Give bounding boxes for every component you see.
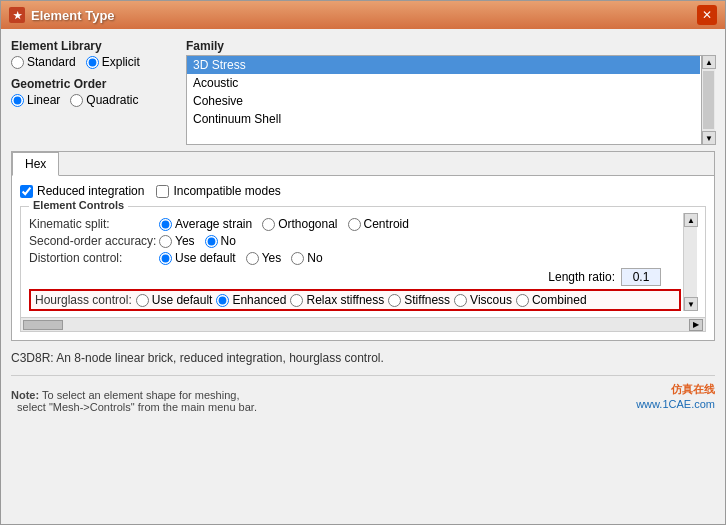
top-section: Element Library Standard Explicit [11,39,715,145]
description-row: C3D8R: An 8-node linear brick, reduced i… [11,347,715,369]
kinematic-split-label: Kinematic split: [29,217,159,231]
family-scroll-up[interactable]: ▲ [702,55,716,69]
second-order-options: Yes No [159,234,236,248]
no-option[interactable]: No [205,234,236,248]
second-order-row: Second-order accuracy: Yes No [29,234,681,248]
centroid-option[interactable]: Centroid [348,217,409,231]
family-item-continuum-shell[interactable]: Continuum Shell [187,110,700,128]
family-section: Family 3D Stress Acoustic Cohesive Conti… [186,39,715,145]
element-description: C3D8R: An 8-node linear brick, reduced i… [11,351,384,365]
family-item-acoustic[interactable]: Acoustic [187,74,700,92]
controls-scroll-down[interactable]: ▼ [684,297,698,311]
window-title: Element Type [31,8,115,23]
hourglass-control-row: Hourglass control: Use default Enhanced [29,289,681,311]
hex-tab[interactable]: Hex [12,152,59,176]
geometric-order-options: Linear Quadratic [11,93,176,107]
tab-content: Reduced integration Incompatible modes E… [12,176,714,340]
standard-option[interactable]: Standard [11,55,76,69]
horizontal-scroll-thumb [23,320,63,330]
family-item-cohesive[interactable]: Cohesive [187,92,700,110]
tab-header: Hex [12,152,714,176]
family-list[interactable]: 3D Stress Acoustic Cohesive Continuum Sh… [186,55,715,145]
reduced-integration-item[interactable]: Reduced integration [20,184,144,198]
distortion-options: Use default Yes No [159,251,323,265]
controls-inner: Kinematic split: Average strain Orthogon… [29,217,697,311]
controls-scroll-track [684,227,697,297]
yes-dist-option[interactable]: Yes [246,251,282,265]
quadratic-option[interactable]: Quadratic [70,93,138,107]
geometric-order-group: Geometric Order Linear Quadratic [11,77,176,107]
element-library-group: Element Library Standard Explicit [11,39,176,69]
horizontal-scrollbar[interactable]: ▶ [20,318,706,332]
integration-row: Reduced integration Incompatible modes [20,184,706,198]
left-panel: Element Library Standard Explicit [11,39,176,107]
note-bold: Note: [11,389,39,401]
app-icon: ★ [9,7,25,23]
controls-scroll-up[interactable]: ▲ [684,213,698,227]
quadratic-label: Quadratic [86,93,138,107]
family-label: Family [186,39,715,53]
reduced-integration-label: Reduced integration [37,184,144,198]
element-type-dialog: ★ Element Type ✕ Element Library Standar… [0,0,726,525]
hourglass-relax-option[interactable]: Relax stiffness [290,293,384,307]
orthogonal-option[interactable]: Orthogonal [262,217,337,231]
hourglass-stiffness-option[interactable]: Stiffness [388,293,450,307]
element-controls-box: Element Controls Kinematic split: Averag… [20,206,706,318]
hourglass-combined-option[interactable]: Combined [516,293,587,307]
element-library-label: Element Library [11,39,176,53]
explicit-option[interactable]: Explicit [86,55,140,69]
title-bar: ★ Element Type ✕ [1,1,725,29]
close-button[interactable]: ✕ [697,5,717,25]
linear-label: Linear [27,93,60,107]
hourglass-viscous-option[interactable]: Viscous [454,293,512,307]
no-dist-option[interactable]: No [291,251,322,265]
kinematic-split-row: Kinematic split: Average strain Orthogon… [29,217,681,231]
hourglass-use-default-option[interactable]: Use default [136,293,213,307]
distortion-control-label: Distortion control: [29,251,159,265]
length-ratio-row: Length ratio: [29,268,681,286]
tab-section: Hex Reduced integration Incompatible mod… [11,151,715,341]
element-library-options: Standard Explicit [11,55,176,69]
second-order-label: Second-order accuracy: [29,234,159,248]
linear-option[interactable]: Linear [11,93,60,107]
explicit-label: Explicit [102,55,140,69]
hourglass-enhanced-option[interactable]: Enhanced [216,293,286,307]
incompatible-modes-label: Incompatible modes [173,184,280,198]
hourglass-label: Hourglass control: [35,293,132,307]
controls-scrollbar: ▲ ▼ [683,213,697,311]
avg-strain-option[interactable]: Average strain [159,217,252,231]
note-content: To select an element shape for meshing, … [11,389,257,413]
yes-option[interactable]: Yes [159,234,195,248]
incompatible-modes-checkbox[interactable] [156,185,169,198]
standard-label: Standard [27,55,76,69]
controls-container: Kinematic split: Average strain Orthogon… [29,213,697,311]
incompatible-modes-item[interactable]: Incompatible modes [156,184,280,198]
main-content: Element Library Standard Explicit [1,29,725,524]
family-item-3dstress[interactable]: 3D Stress [187,56,700,74]
note-text: Note: To select an element shape for mes… [11,389,636,413]
family-scrollbar: ▲ ▼ [701,55,715,145]
watermark-top: 仿真在线 [636,382,715,397]
scroll-right-arrow[interactable]: ▶ [689,319,703,331]
geometric-order-label: Geometric Order [11,77,176,91]
length-ratio-input[interactable] [621,268,661,286]
watermark-bottom: www.1CAE.com [636,397,715,412]
family-scroll-down[interactable]: ▼ [702,131,716,145]
reduced-integration-checkbox[interactable] [20,185,33,198]
note-section: Note: To select an element shape for mes… [11,375,715,413]
kinematic-options: Average strain Orthogonal Centroid [159,217,409,231]
length-ratio-label: Length ratio: [548,270,615,284]
title-bar-left: ★ Element Type [9,7,115,23]
element-controls-label: Element Controls [29,199,128,211]
watermark: 仿真在线 www.1CAE.com [636,382,715,413]
distortion-control-row: Distortion control: Use default Yes [29,251,681,265]
family-scroll-thumb [703,71,714,129]
use-default-option[interactable]: Use default [159,251,236,265]
